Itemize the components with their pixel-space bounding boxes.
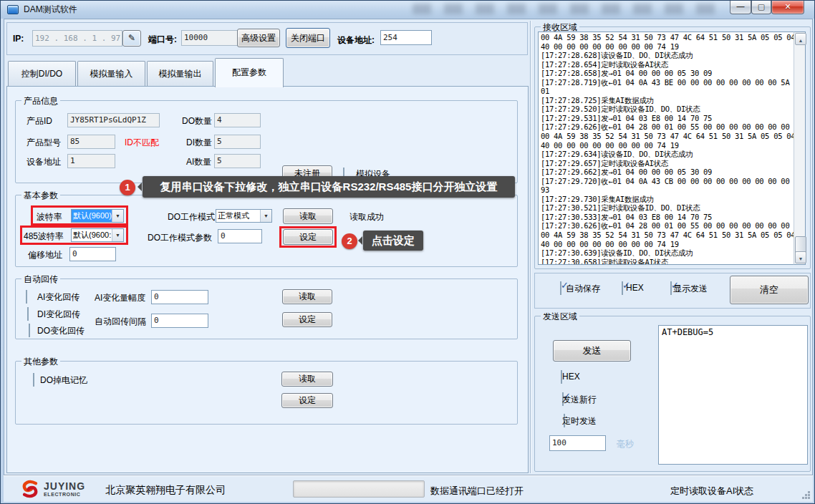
ai-amplitude-label: AI变化量幅度 — [95, 292, 145, 304]
scroll-up-icon[interactable] — [795, 33, 806, 45]
step2-tooltip: 点击设定 — [363, 231, 423, 251]
receive-log[interactable]: 00 4A 59 38 35 52 54 31 50 73 47 4C 64 5… — [538, 32, 794, 265]
ai-amplitude-field[interactable]: 0 — [151, 290, 208, 304]
device-addr2-field[interactable]: 1 — [67, 154, 115, 168]
pencil-icon: ✎ — [128, 33, 135, 43]
other-params-group: 其他参数 — [15, 361, 518, 425]
port-status-text: 数据通讯端口已经打开 — [430, 485, 524, 498]
clear-button[interactable]: 清空 — [730, 276, 809, 304]
timer-status-text: 定时读取设备AI状态 — [670, 485, 753, 498]
advanced-settings-button[interactable]: 高级设置 — [237, 29, 280, 47]
do-param-field[interactable]: 0 — [218, 229, 262, 243]
baud485-highlight-box — [20, 226, 128, 245]
minimize-button[interactable]: — — [730, 1, 751, 14]
ip-input[interactable]: 192 . 168 . 1 . 97 — [32, 30, 122, 47]
step1-tooltip: 复用串口设备下拉修改，独立串口设备RS232/RS485接口分开独立设置 — [143, 176, 515, 198]
do-memory-label: DO掉电记忆 — [40, 374, 87, 387]
titlebar[interactable]: DAM测试软件 — ▢ ✕ — [1, 1, 814, 19]
maximize-button[interactable]: ▢ — [751, 1, 771, 14]
minimize-icon: — — [737, 2, 745, 11]
offset-field[interactable]: 0 — [69, 247, 116, 261]
report-interval-field[interactable]: 0 — [151, 314, 208, 328]
timed-send-label: 定时发送 — [562, 415, 597, 427]
model-label: 产品型号 — [26, 137, 61, 149]
do-mode-select-value: 正常模式 — [216, 210, 260, 222]
ip-label: IP: — [13, 34, 24, 44]
auto-report-group: 自动回传 — [15, 278, 518, 339]
receive-hex-checkbox[interactable] — [622, 281, 623, 295]
receive-hex-label: HEX — [626, 283, 644, 293]
di-count-field[interactable]: 5 — [214, 135, 261, 149]
do-count-field[interactable]: 4 — [214, 113, 261, 127]
logo-text-electronic: ELECTRONIC — [44, 492, 81, 498]
tab-config-params[interactable]: 配置参数 — [215, 58, 284, 87]
product-info-title: 产品信息 — [21, 95, 60, 107]
do-param-label: DO工作模式参数 — [148, 232, 212, 244]
milliseconds-label: 毫秒 — [617, 438, 634, 450]
edit-ip-button[interactable]: ✎ — [122, 30, 141, 47]
do-mode-label: DO工作模式 — [168, 211, 215, 223]
maximize-icon: ▢ — [758, 2, 765, 11]
product-id-label: 产品ID — [26, 115, 52, 127]
di-change-label: DI变化回传 — [37, 309, 80, 321]
ai-count-label: AI数量 — [186, 156, 211, 168]
tab-analog-input[interactable]: 模拟量输入 — [77, 61, 145, 87]
ai-count-field[interactable]: 5 — [214, 154, 261, 168]
do-change-checkbox[interactable] — [29, 324, 30, 337]
close-port-button[interactable]: 关闭端口 — [286, 28, 330, 48]
product-id-field[interactable]: JY85RT1PsGLdQP1Z — [67, 113, 160, 127]
tab-analog-output[interactable]: 模拟量输出 — [147, 61, 213, 87]
send-content-textarea[interactable]: AT+DEBUG=5 — [658, 325, 808, 465]
report-interval-label: 自动回传间隔 — [95, 316, 146, 328]
show-send-label: 显示发送 — [673, 283, 708, 295]
ai-change-label: AI变化回传 — [37, 291, 79, 304]
device-address-input[interactable]: 254 — [380, 30, 432, 45]
window-title: DAM测试软件 — [24, 1, 77, 19]
port-label: 端口号: — [148, 34, 177, 46]
scroll-down-icon[interactable] — [795, 251, 806, 263]
do-change-label: DO变化回传 — [37, 325, 85, 337]
app-icon — [7, 5, 19, 14]
id-mismatch-warning: ID不匹配 — [125, 137, 159, 149]
autosave-checkbox[interactable] — [560, 281, 561, 295]
close-button[interactable]: ✕ — [771, 1, 804, 14]
titlebar-blur — [413, 4, 720, 14]
auto-set-button[interactable]: 设定 — [282, 312, 332, 327]
auto-report-title: 自动回传 — [21, 273, 60, 286]
read-status-text: 读取成功 — [349, 211, 384, 223]
model-field[interactable]: 85 — [67, 135, 115, 149]
logo-text-juying: JUYING — [44, 481, 85, 491]
ai-change-checkbox[interactable] — [26, 290, 27, 304]
receive-scrollbar[interactable] — [794, 32, 806, 265]
basic-params-title: 基本参数 — [21, 190, 60, 202]
close-icon: ✕ — [784, 2, 791, 11]
send-hex-label: HEX — [562, 372, 580, 382]
other-set-button[interactable]: 设定 — [281, 393, 333, 408]
company-name: 北京聚英翱翔电子有限公司 — [105, 484, 226, 497]
baud-highlight-box — [31, 205, 128, 226]
resize-grip[interactable] — [801, 490, 811, 500]
status-progress-bar — [293, 480, 425, 498]
do-mode-select[interactable]: 正常模式 — [216, 209, 272, 223]
offset-label: 偏移地址 — [28, 249, 62, 261]
show-send-checkbox[interactable] — [670, 281, 672, 295]
other-read-button[interactable]: 读取 — [281, 372, 333, 387]
send-button[interactable]: 发送 — [553, 340, 631, 362]
send-interval-field[interactable]: 100 — [549, 435, 606, 451]
tab-control-dido[interactable]: 控制DI/DO — [8, 61, 76, 87]
do-memory-checkbox[interactable] — [33, 373, 34, 387]
basic-read-button[interactable]: 读取 — [283, 208, 333, 224]
step1-badge: 1 — [120, 180, 135, 195]
di-change-checkbox[interactable] — [27, 307, 29, 321]
device-address-label: 设备地址: — [337, 34, 375, 47]
set-highlight-box — [279, 226, 337, 248]
di-count-label: DI数量 — [186, 137, 212, 149]
send-area-title: 发送区域 — [541, 311, 579, 323]
device-addr2-label: 设备地址 — [26, 156, 61, 168]
chevron-down-icon — [260, 210, 271, 222]
send-newline-label: 发送新行 — [562, 394, 597, 406]
app-window: DAM测试软件 — ▢ ✕ IP: 192 . 168 . 1 . 97 ✎ 端… — [0, 0, 815, 504]
auto-read-button[interactable]: 读取 — [282, 289, 332, 304]
step2-badge: 2 — [342, 233, 357, 249]
juying-logo — [19, 479, 41, 499]
